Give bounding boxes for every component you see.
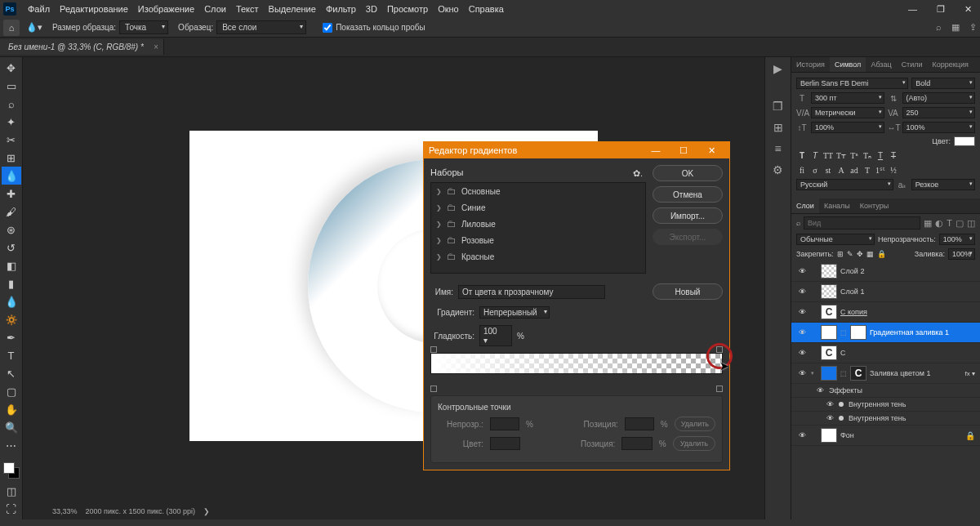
stamp-tool[interactable]: ⊛	[2, 221, 21, 238]
menu-filter[interactable]: Фильтр	[321, 4, 361, 14]
tab-layers[interactable]: Слои	[791, 198, 819, 213]
layer-mask-thumb[interactable]	[850, 325, 866, 340]
gradient-tool[interactable]: ▮	[2, 274, 21, 292]
layer-name[interactable]: Фон	[840, 431, 854, 439]
gradient-name-input[interactable]	[458, 285, 605, 299]
gradient-bar[interactable]: ➤	[430, 353, 723, 386]
layer-filter-input[interactable]	[804, 216, 920, 230]
stop-position-input[interactable]	[625, 417, 654, 430]
close-icon[interactable]: ✕	[960, 4, 977, 15]
lock-artboard-icon[interactable]: ▦	[866, 250, 874, 258]
smoothness-input[interactable]: 100 ▾	[479, 325, 512, 346]
frame-tool[interactable]: ⊞	[2, 149, 21, 167]
preset-folder[interactable]: ❯🗀Лиловые	[431, 216, 645, 232]
home-icon[interactable]: ⌂	[3, 20, 20, 36]
layer-item[interactable]: 👁 Слой 1	[791, 282, 980, 302]
document-tab[interactable]: Без имени-1 @ 33,3% (C, RGB/8#) *	[0, 39, 164, 55]
blur-tool[interactable]: 💧	[2, 292, 21, 310]
t1-btn[interactable]: T	[862, 164, 873, 176]
filter-adj-icon[interactable]: ◐	[935, 218, 943, 229]
layer-fill[interactable]: 100%	[948, 248, 975, 260]
hand-tool[interactable]: ✋	[2, 400, 21, 418]
crop-tool[interactable]: ✂	[2, 131, 21, 149]
lock-pixels-icon[interactable]: ⊞	[837, 250, 844, 258]
layer-mask-thumb[interactable]	[850, 366, 866, 381]
kerning[interactable]: Метрически	[811, 107, 884, 118]
panel-icon-2[interactable]: ⊞	[773, 121, 783, 134]
visibility-icon[interactable]: 👁	[796, 267, 808, 275]
wand-tool[interactable]: ✦	[2, 113, 21, 131]
tab-channels[interactable]: Каналы	[819, 198, 855, 213]
leading[interactable]: (Авто)	[902, 92, 976, 104]
font-family-select[interactable]: Berlin Sans FB Demi	[796, 78, 908, 89]
minimize-icon[interactable]: —	[903, 4, 922, 15]
menu-select[interactable]: Выделение	[264, 4, 321, 14]
smallcaps-btn[interactable]: Tᴛ	[835, 149, 847, 161]
layer-name[interactable]: Градиентная заливка 1	[870, 328, 949, 337]
dodge-tool[interactable]: 🔅	[2, 310, 21, 328]
cancel-button[interactable]: Отмена	[653, 186, 723, 203]
tab-paragraph[interactable]: Абзац	[866, 57, 896, 72]
layer-name[interactable]: C	[840, 349, 846, 357]
link-icon[interactable]: ⬚	[840, 329, 847, 337]
superscript-btn[interactable]: Tⁿ	[849, 149, 860, 161]
underline-btn[interactable]: T	[875, 149, 886, 161]
tracking[interactable]: 250	[902, 107, 976, 118]
layer-item[interactable]: 👁▾ ⬚ Заливка цветом 1 fx ▾	[791, 363, 980, 384]
st-btn[interactable]: st	[822, 164, 834, 176]
screenmode-tool[interactable]: ⛶	[2, 500, 21, 518]
sample-size-select[interactable]: Точка	[119, 20, 168, 34]
menu-3d[interactable]: 3D	[361, 4, 382, 14]
italic-btn[interactable]: T	[809, 149, 821, 161]
font-size[interactable]: 300 пт	[811, 92, 884, 104]
visibility-icon[interactable]: 👁	[824, 400, 835, 408]
lock-icon[interactable]: 🔒	[965, 431, 975, 440]
visibility-icon[interactable]: 👁	[796, 328, 808, 337]
allcaps-btn[interactable]: TT	[822, 149, 834, 161]
filter-type-icon[interactable]: T	[947, 218, 952, 228]
delete-color-stop-button[interactable]: Удалить	[673, 436, 715, 451]
menu-file[interactable]: Файл	[23, 4, 55, 14]
menu-edit[interactable]: Редактирование	[55, 4, 133, 14]
hscale[interactable]: 100%	[902, 122, 976, 133]
opacity-stop-right[interactable]	[716, 346, 723, 353]
search-icon[interactable]: ⌕	[936, 22, 942, 33]
rect-tool[interactable]: ▢	[2, 382, 21, 400]
marquee-tool[interactable]: ▭	[2, 77, 21, 95]
layer-item[interactable]: 👁 Фон 🔒	[791, 426, 980, 446]
filter-shape-icon[interactable]: ▢	[956, 218, 964, 229]
heal-tool[interactable]: ✚	[2, 185, 21, 203]
lock-pos-icon[interactable]: ✥	[857, 250, 863, 258]
delete-opacity-stop-button[interactable]: Удалить	[675, 417, 715, 431]
gradient-type-select[interactable]: Непрерывный	[479, 306, 550, 319]
visibility-icon[interactable]: 👁	[796, 288, 808, 296]
presets-gear-icon[interactable]: ✿.	[630, 165, 646, 182]
preset-folder[interactable]: ❯🗀Розовые	[431, 232, 645, 248]
share-icon[interactable]: ⇪	[969, 22, 977, 33]
lock-all-icon[interactable]: 🔒	[877, 250, 886, 258]
text-color-swatch[interactable]	[954, 136, 975, 146]
language-select[interactable]: Русский	[796, 179, 893, 190]
link-icon[interactable]: ⬚	[840, 370, 847, 377]
path-tool[interactable]: ↖	[2, 364, 21, 382]
workspace-icon[interactable]: ▦	[951, 22, 960, 33]
presets-list[interactable]: ❯🗀Основные ❯🗀Синие ❯🗀Лиловые ❯🗀Розовые ❯…	[430, 182, 646, 274]
blend-mode-select[interactable]: Обычные	[796, 234, 875, 245]
subscript-btn[interactable]: Tₙ	[862, 149, 873, 161]
layer-effect-item[interactable]: 👁 Внутренняя тень	[791, 412, 980, 426]
visibility-icon[interactable]: 👁	[796, 349, 808, 357]
menu-window[interactable]: Окно	[433, 4, 464, 14]
import-button[interactable]: Импорт...	[653, 207, 723, 224]
lasso-tool[interactable]: ⌕	[2, 95, 21, 113]
layer-thumb[interactable]	[821, 284, 837, 299]
antialias-select[interactable]: Резкое	[911, 179, 975, 190]
visibility-icon[interactable]: 👁	[796, 308, 808, 316]
layer-thumb[interactable]	[821, 345, 837, 360]
ot-btn[interactable]: σ	[809, 164, 821, 176]
layer-thumb[interactable]	[821, 325, 837, 340]
layer-thumb[interactable]	[821, 264, 837, 279]
menu-help[interactable]: Справка	[464, 4, 509, 14]
tab-history[interactable]: История	[791, 57, 830, 72]
aa-btn[interactable]: A	[835, 164, 847, 176]
panel-icon-1[interactable]: ❐	[773, 100, 783, 113]
